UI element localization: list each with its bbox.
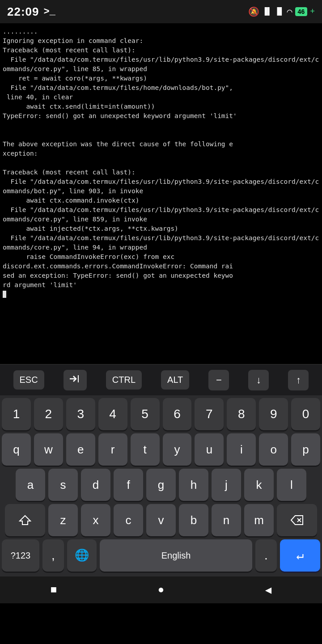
svg-marker-1 <box>20 516 30 525</box>
key-m[interactable]: m <box>244 504 274 536</box>
bottom-row: ?123 , 🌐 English . ↵ <box>2 539 320 572</box>
arrow-down-key[interactable]: ↓ <box>248 370 269 390</box>
signal-icon-2: ▐▌ <box>275 7 284 16</box>
period-key[interactable]: . <box>255 539 277 572</box>
key-2[interactable]: 2 <box>34 398 63 430</box>
key-i[interactable]: i <box>227 433 256 466</box>
key-l[interactable]: l <box>277 469 306 501</box>
keyboard: 1 2 3 4 5 6 7 8 9 0 q w e r t y u i o p … <box>0 395 322 576</box>
keyboard-toolbar: ESC CTRL ALT − ↓ ↑ <box>0 364 322 395</box>
key-c[interactable]: c <box>114 504 143 536</box>
key-3[interactable]: 3 <box>66 398 95 430</box>
terminal-cursor <box>3 291 6 298</box>
alt-key[interactable]: ALT <box>161 370 189 390</box>
key-5[interactable]: 5 <box>131 398 160 430</box>
key-q[interactable]: q <box>2 433 31 466</box>
status-time: 22:09 <box>7 5 39 19</box>
key-v[interactable]: v <box>146 504 176 536</box>
asdf-row: a s d f g h j k l <box>2 469 320 501</box>
key-7[interactable]: 7 <box>195 398 224 430</box>
zxcv-row: z x c v b n m <box>2 504 320 536</box>
status-icons: 🔕 ▐▌ ▐▌ ◠ 46 + <box>248 6 315 17</box>
terminal-prompt-icon: >_ <box>44 6 55 17</box>
terminal[interactable]: ......... Ignoring exception in command … <box>0 23 322 364</box>
key-j[interactable]: j <box>212 469 241 501</box>
key-o[interactable]: o <box>259 433 288 466</box>
globe-key[interactable]: 🌐 <box>67 539 97 572</box>
key-k[interactable]: k <box>244 469 274 501</box>
key-a[interactable]: a <box>16 469 45 501</box>
status-bar: 22:09 >_ 🔕 ▐▌ ▐▌ ◠ 46 + <box>0 0 322 23</box>
key-g[interactable]: g <box>146 469 176 501</box>
key-w[interactable]: w <box>34 433 63 466</box>
key-f[interactable]: f <box>114 469 143 501</box>
dash-key[interactable]: − <box>208 370 229 390</box>
key-b[interactable]: b <box>179 504 208 536</box>
key-t[interactable]: t <box>131 433 160 466</box>
key-r[interactable]: r <box>98 433 127 466</box>
back-button[interactable]: ◀ <box>256 579 280 601</box>
key-z[interactable]: z <box>48 504 78 536</box>
number-row: 1 2 3 4 5 6 7 8 9 0 <box>2 398 320 430</box>
key-y[interactable]: y <box>163 433 192 466</box>
key-u[interactable]: u <box>195 433 224 466</box>
muted-icon: 🔕 <box>248 6 259 17</box>
esc-key[interactable]: ESC <box>13 370 44 390</box>
key-9[interactable]: 9 <box>259 398 288 430</box>
key-s[interactable]: s <box>48 469 78 501</box>
battery-icon: 46 <box>295 7 308 16</box>
key-8[interactable]: 8 <box>227 398 256 430</box>
shift-key[interactable] <box>5 504 45 536</box>
key-x[interactable]: x <box>81 504 110 536</box>
home-button[interactable]: ● <box>149 580 173 601</box>
terminal-content: ......... Ignoring exception in command … <box>3 27 319 290</box>
qwerty-row: q w e r t y u i o p <box>2 433 320 466</box>
space-key[interactable]: English <box>100 539 252 572</box>
charging-icon: + <box>310 7 315 16</box>
key-h[interactable]: h <box>179 469 208 501</box>
key-e[interactable]: e <box>66 433 95 466</box>
key-d[interactable]: d <box>81 469 110 501</box>
recents-button[interactable]: ■ <box>42 580 66 601</box>
svg-rect-0 <box>78 375 79 382</box>
arrow-up-key[interactable]: ↑ <box>288 370 309 390</box>
enter-key[interactable]: ↵ <box>280 539 320 572</box>
key-p[interactable]: p <box>291 433 320 466</box>
signal-icon-1: ▐▌ <box>262 7 272 16</box>
tab-key[interactable] <box>64 370 87 390</box>
ctrl-key[interactable]: CTRL <box>106 370 142 390</box>
sym-key[interactable]: ?123 <box>2 539 39 572</box>
key-n[interactable]: n <box>212 504 241 536</box>
key-4[interactable]: 4 <box>98 398 127 430</box>
backspace-key[interactable] <box>277 504 317 536</box>
nav-bar: ■ ● ◀ <box>0 576 322 603</box>
wifi-icon: ◠ <box>287 6 292 17</box>
key-0[interactable]: 0 <box>291 398 320 430</box>
key-1[interactable]: 1 <box>2 398 31 430</box>
comma-key[interactable]: , <box>42 539 64 572</box>
key-6[interactable]: 6 <box>163 398 192 430</box>
